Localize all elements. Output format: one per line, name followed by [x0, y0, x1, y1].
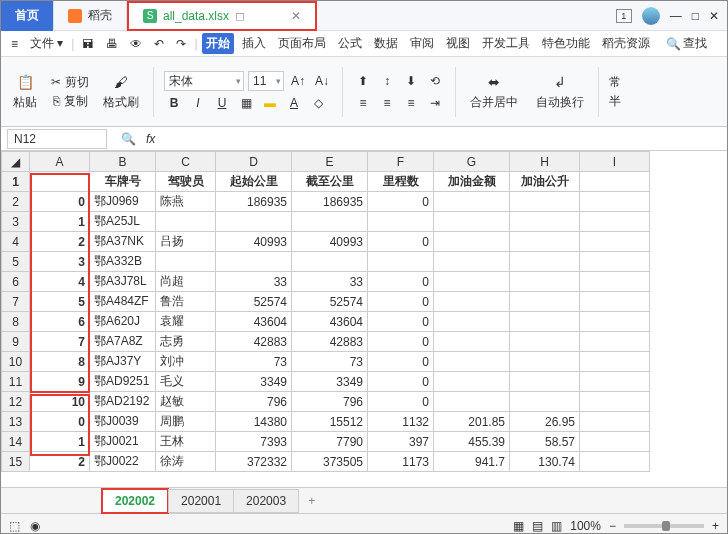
cell[interactable] — [510, 232, 580, 252]
cell[interactable] — [434, 252, 510, 272]
menu-undo-icon[interactable]: ↶ — [150, 35, 168, 53]
cell[interactable] — [580, 352, 650, 372]
add-sheet-button[interactable]: + — [298, 490, 325, 512]
cell[interactable]: 鲁浩 — [156, 292, 216, 312]
merge-button[interactable]: ⬌合并居中 — [466, 70, 522, 113]
close-icon[interactable]: ✕ — [709, 9, 719, 23]
cell[interactable] — [510, 192, 580, 212]
cell[interactable]: 陈燕 — [156, 192, 216, 212]
format-brush-button[interactable]: 🖌格式刷 — [99, 70, 143, 113]
row-header[interactable]: 7 — [2, 292, 30, 312]
wrap-button[interactable]: ↲自动换行 — [532, 70, 588, 113]
align-center-icon[interactable]: ≡ — [377, 93, 397, 113]
cell[interactable]: 3 — [30, 252, 90, 272]
row-header[interactable]: 9 — [2, 332, 30, 352]
cell[interactable]: 7 — [30, 332, 90, 352]
cell[interactable] — [580, 212, 650, 232]
cell[interactable]: 42883 — [216, 332, 292, 352]
cell[interactable]: 0 — [368, 372, 434, 392]
cell[interactable]: 52574 — [216, 292, 292, 312]
view-normal-icon[interactable]: ▦ — [513, 519, 524, 533]
cell[interactable] — [580, 172, 650, 192]
copy-button[interactable]: ⎘复制 — [53, 93, 88, 110]
cell[interactable]: 130.74 — [510, 452, 580, 472]
cell[interactable]: 796 — [292, 392, 368, 412]
restore-icon[interactable]: ◻ — [235, 9, 245, 23]
font-shrink-icon[interactable]: A↓ — [312, 71, 332, 91]
cell[interactable] — [434, 372, 510, 392]
tab-shell[interactable]: 稻壳 — [54, 1, 127, 31]
menu-special[interactable]: 特色功能 — [538, 33, 594, 54]
cell[interactable] — [434, 352, 510, 372]
fill-icon[interactable]: ▬ — [260, 93, 280, 113]
cell[interactable]: 33 — [292, 272, 368, 292]
cell[interactable]: 鄂AJ37Y — [90, 352, 156, 372]
cell[interactable]: 鄂A25JL — [90, 212, 156, 232]
cell[interactable]: 15512 — [292, 412, 368, 432]
cell[interactable] — [368, 252, 434, 272]
menu-layout[interactable]: 页面布局 — [274, 33, 330, 54]
cell[interactable] — [580, 252, 650, 272]
cell[interactable]: 73 — [292, 352, 368, 372]
row-header[interactable]: 8 — [2, 312, 30, 332]
cell[interactable] — [580, 292, 650, 312]
cell[interactable]: 鄂J0969 — [90, 192, 156, 212]
search-button[interactable]: 🔍 查找 — [666, 35, 707, 52]
cell[interactable] — [30, 172, 90, 192]
cell[interactable]: 201.85 — [434, 412, 510, 432]
col-E[interactable]: E — [292, 152, 368, 172]
cell[interactable]: 2 — [30, 452, 90, 472]
font-select[interactable]: 宋体 — [164, 71, 244, 91]
cell[interactable] — [368, 212, 434, 232]
status-icon-1[interactable]: ⬚ — [9, 519, 20, 533]
menu-save-icon[interactable]: 🖬 — [78, 35, 98, 53]
cell[interactable]: 鄂AD2192 — [90, 392, 156, 412]
cell[interactable]: 58.57 — [510, 432, 580, 452]
cell[interactable] — [580, 232, 650, 252]
menu-res[interactable]: 稻壳资源 — [598, 33, 654, 54]
sheet-tab-active[interactable]: 202002 — [101, 488, 169, 514]
cell[interactable]: 徐涛 — [156, 452, 216, 472]
cell[interactable]: 40993 — [292, 232, 368, 252]
menu-dev[interactable]: 开发工具 — [478, 33, 534, 54]
cell[interactable]: 43604 — [292, 312, 368, 332]
cell[interactable] — [580, 312, 650, 332]
cell[interactable]: 0 — [368, 272, 434, 292]
size-select[interactable]: 11 — [248, 71, 284, 91]
col-D[interactable]: D — [216, 152, 292, 172]
col-F[interactable]: F — [368, 152, 434, 172]
col-C[interactable]: C — [156, 152, 216, 172]
row-header[interactable]: 4 — [2, 232, 30, 252]
menu-file[interactable]: 文件 ▾ — [26, 33, 67, 54]
cell[interactable]: 尚超 — [156, 272, 216, 292]
menu-formula[interactable]: 公式 — [334, 33, 366, 54]
diamond-icon[interactable]: ◇ — [308, 93, 328, 113]
cell[interactable]: 王林 — [156, 432, 216, 452]
cell[interactable]: 车牌号 — [90, 172, 156, 192]
cell[interactable]: 刘冲 — [156, 352, 216, 372]
row-1-header[interactable]: 1 — [2, 172, 30, 192]
col-I[interactable]: I — [580, 152, 650, 172]
row-header[interactable]: 2 — [2, 192, 30, 212]
view-page-icon[interactable]: ▥ — [551, 519, 562, 533]
tab-home[interactable]: 首页 — [1, 1, 54, 31]
bold-icon[interactable]: B — [164, 93, 184, 113]
sheet-tab[interactable]: 202003 — [233, 489, 299, 513]
cell[interactable]: 8 — [30, 352, 90, 372]
row-header[interactable]: 15 — [2, 452, 30, 472]
cell[interactable] — [434, 292, 510, 312]
cell[interactable]: 6 — [30, 312, 90, 332]
col-A[interactable]: A — [30, 152, 90, 172]
cell[interactable] — [510, 392, 580, 412]
cell[interactable] — [580, 432, 650, 452]
cell[interactable]: 43604 — [216, 312, 292, 332]
cell-reference[interactable] — [7, 129, 107, 149]
cell[interactable] — [156, 252, 216, 272]
close-tab-icon[interactable]: ✕ — [291, 9, 301, 23]
cell[interactable]: 73 — [216, 352, 292, 372]
font-color-icon[interactable]: A — [284, 93, 304, 113]
align-left-icon[interactable]: ≡ — [353, 93, 373, 113]
cell[interactable]: 33 — [216, 272, 292, 292]
zoom-out-icon[interactable]: − — [609, 519, 616, 533]
cell[interactable]: 驾驶员 — [156, 172, 216, 192]
